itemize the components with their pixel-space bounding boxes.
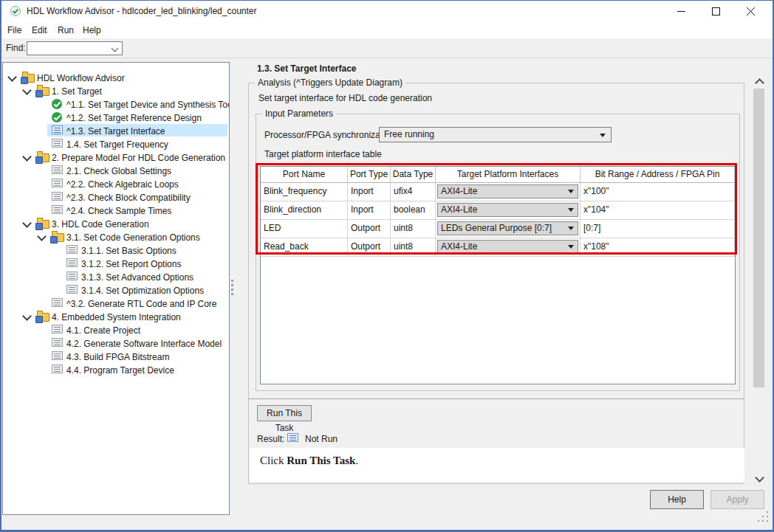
table-cell[interactable]: Read_back [261, 238, 348, 256]
maximize-button[interactable] [699, 0, 733, 22]
result-status-icon [287, 433, 298, 442]
table-cell[interactable]: x"100" [580, 183, 735, 201]
tree-item-label: 4.2. Generate Software Interface Model [66, 339, 222, 349]
tree-item-label: ^1.3. Set Target Interface [66, 126, 165, 137]
table-cell[interactable]: Blink_direction [261, 201, 348, 219]
tree-item[interactable]: 3.1.2. Set Report Options [3, 257, 229, 270]
tree-item[interactable]: HDL Workflow Advisor [3, 71, 229, 84]
splitter-handle[interactable] [231, 293, 233, 295]
table-cell[interactable]: x"108" [580, 238, 735, 256]
table-cell[interactable]: [0:7] [580, 220, 735, 238]
tree-item[interactable]: 3.1. Set Code Generation Options [3, 230, 229, 243]
resize-grip[interactable] [762, 516, 764, 517]
tree-item[interactable]: ^1.1. Set Target Device and Synthesis To… [3, 97, 229, 111]
result-status: Not Run [305, 434, 338, 444]
dropdown-arrow-icon [568, 245, 574, 249]
tree-item[interactable]: 4.4. Program Target Device [3, 363, 229, 376]
resize-grip[interactable] [758, 520, 759, 522]
run-this-task-button[interactable]: Run This Task [257, 405, 312, 421]
tree-item[interactable]: ^1.2. Set Target Reference Design [3, 111, 229, 124]
tree-item[interactable]: 1.4. Set Target Frequency [3, 137, 229, 151]
tree-item[interactable]: 4.1. Create Project [3, 323, 229, 336]
chevron-down-icon[interactable] [22, 311, 32, 321]
interface-dropdown[interactable]: AXI4-Lite [437, 240, 578, 254]
table-cell[interactable]: x"104" [580, 201, 735, 219]
tree-item[interactable]: ^2.4. Check Sample Times [3, 204, 229, 217]
chevron-down-icon[interactable] [22, 152, 32, 162]
menu-edit[interactable]: Edit [32, 22, 47, 38]
resize-grip[interactable] [762, 520, 764, 522]
scroll-up-icon[interactable] [755, 78, 764, 88]
table-cell[interactable]: LED [261, 220, 348, 238]
tree-item[interactable]: ^1.3. Set Target Interface [3, 124, 229, 137]
minimize-button[interactable] [664, 0, 699, 22]
chevron-down-icon[interactable] [37, 232, 47, 241]
table-cell[interactable]: Inport [348, 201, 391, 219]
interface-dropdown[interactable]: LEDs General Purpose [0:7] [437, 221, 578, 235]
tree-item-label: 1. Set Target [52, 86, 102, 97]
table-cell[interactable]: Outport [348, 220, 391, 238]
menu-help[interactable]: Help [83, 22, 101, 38]
table-cell[interactable]: Outport [348, 238, 391, 256]
menu-file[interactable]: File [7, 22, 21, 38]
help-button[interactable]: Help [650, 490, 704, 509]
sync-dropdown[interactable]: Free running [379, 127, 612, 142]
app-icon [10, 5, 21, 17]
chevron-down-icon[interactable] [22, 86, 32, 95]
tree-item[interactable]: 3. HDL Code Generation [3, 217, 229, 230]
tree-item-label: 3.1.3. Set Advanced Options [81, 272, 194, 283]
table-cell[interactable]: ufix4 [391, 183, 436, 201]
table-cell[interactable]: boolean [391, 201, 436, 219]
scroll-down-icon[interactable] [755, 473, 764, 483]
task-icon [52, 179, 63, 187]
interface-dropdown[interactable]: AXI4-Lite [437, 184, 578, 198]
table-cell[interactable]: uint8 [391, 238, 436, 256]
apply-button: Apply [710, 490, 764, 509]
tree-item[interactable]: 4.3. Build FPGA Bitstream [3, 350, 229, 363]
tree-item[interactable]: 2.1. Check Global Settings [3, 164, 229, 177]
task-icon [52, 298, 63, 307]
splitter-handle[interactable] [231, 284, 233, 286]
tree-item[interactable]: ^3.2. Generate RTL Code and IP Core [3, 297, 229, 310]
close-button[interactable] [733, 0, 768, 22]
tree-item-label: ^3.2. Generate RTL Code and IP Core [66, 299, 217, 309]
task-icon [66, 245, 78, 254]
tree-item[interactable]: 4. Embedded System Integration [3, 310, 229, 323]
interface-dropdown[interactable]: AXI4-Lite [437, 203, 578, 217]
task-icon [66, 272, 78, 280]
resize-grip[interactable] [767, 511, 768, 513]
table-cell[interactable]: Inport [348, 183, 391, 201]
tree-item[interactable]: 4.2. Generate Software Interface Model [3, 336, 229, 350]
splitter-handle[interactable] [231, 289, 233, 291]
task-icon [66, 285, 78, 294]
tree-item-label: 3.1. Set Code Generation Options [66, 232, 200, 243]
chevron-down-icon[interactable] [22, 218, 32, 228]
vertical-scrollbar[interactable] [753, 74, 765, 486]
scrollbar-thumb[interactable] [753, 89, 764, 387]
tree-item[interactable]: 3.1.3. Set Advanced Options [3, 270, 229, 283]
chevron-down-icon[interactable] [112, 45, 119, 52]
resize-grip[interactable] [767, 520, 768, 522]
task-icon [52, 205, 63, 214]
tree-item[interactable]: ^2.3. Check Block Compatibility [3, 190, 229, 204]
table-cell[interactable]: uint8 [391, 220, 436, 238]
task-icon [52, 325, 63, 334]
find-input[interactable] [27, 41, 123, 55]
task-icon [66, 258, 78, 267]
sync-label: Processor/FPGA synchronization: [264, 130, 397, 140]
table-cell[interactable]: Blink_frequency [261, 183, 348, 201]
column-header: Data Type [391, 167, 436, 182]
tree-item[interactable]: ^2.2. Check Algebraic Loops [3, 177, 229, 190]
column-header: Port Name [261, 167, 348, 182]
menu-run[interactable]: Run [58, 22, 74, 38]
tree-item[interactable]: 2. Prepare Model For HDL Code Generation [3, 151, 229, 164]
splitter-handle[interactable] [231, 280, 233, 282]
result-report: Click Run This Task. [250, 448, 744, 482]
resize-grip[interactable] [767, 516, 768, 517]
chevron-down-icon[interactable] [7, 72, 17, 82]
workflow-tree: HDL Workflow Advisor1. Set Target^1.1. S… [2, 62, 230, 515]
tree-item[interactable]: 3.1.1. Set Basic Options [3, 243, 229, 257]
tree-item[interactable]: 1. Set Target [3, 84, 229, 97]
tree-item[interactable]: 3.1.4. Set Optimization Options [3, 283, 229, 297]
toolbar: Find: [0, 38, 774, 58]
